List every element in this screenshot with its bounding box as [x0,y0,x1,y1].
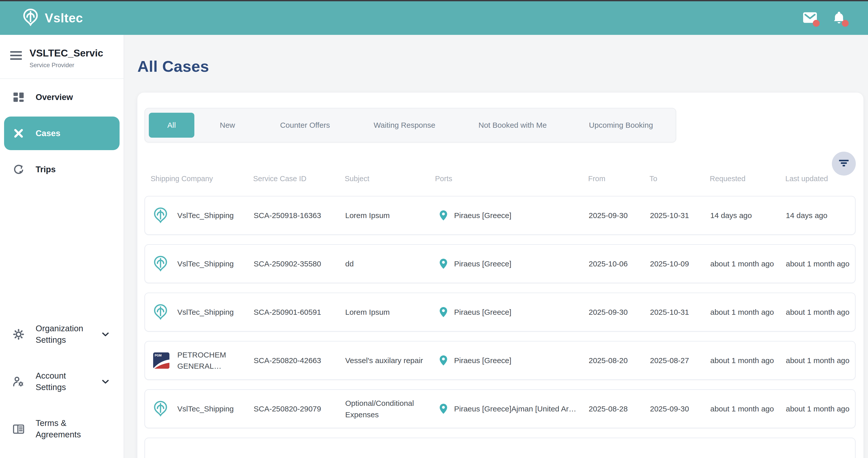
requested-ago: about 1 month ago [710,356,786,365]
messages-button[interactable] [803,11,817,25]
cases-icon [13,128,24,139]
sidebar-item-label: Cases [36,128,60,138]
ports-cell: Piraeus [Greece] [439,307,589,317]
service-case-id: SCA-250820-42663 [254,356,345,365]
ports-cell: Piraeus [Greece] [439,210,589,221]
cases-panel: AllNewCounter OffersWaiting ResponseNot … [137,93,863,458]
case-subject: Vessel's auxilary repair [345,355,439,366]
column-header-last-updated: Last updated [785,175,863,183]
trips-icon [13,164,24,175]
last-updated-ago: about 1 month ago [786,308,855,316]
table-row[interactable]: PGM PETROCHEM GENERAL…SCA-250820-42663Ve… [145,341,856,380]
location-pin-icon [439,258,448,269]
secondary-nav: Organization Settings Account Setti [0,302,124,458]
to-date: 2025-10-09 [650,259,710,268]
sidebar-item-account-settings[interactable]: Account Settings [4,366,120,397]
service-case-id: SCA-250918-16363 [254,211,345,220]
column-header-subject: Subject [345,175,435,183]
service-case-id: SCA-250820-29079 [254,404,345,413]
column-header-to: To [649,175,710,183]
sidebar-item-cases[interactable]: Cases [4,117,120,150]
case-subject: dd [345,258,439,270]
main-content: All Cases AllNewCounter OffersWaiting Re… [125,35,868,458]
company-name: VslTec_Shipping [177,210,254,221]
requested-ago: about 1 month ago [710,308,786,316]
filter-icon [839,160,849,167]
column-header-shipping-company: Shipping Company [151,175,253,183]
last-updated-ago: about 1 month ago [786,404,855,413]
from-date: 2025-08-20 [589,356,650,365]
ports-value: Piraeus [Greece] [454,308,512,316]
notifications-button[interactable] [832,11,846,25]
tab-all[interactable]: All [149,113,194,138]
sidebar-item-label: Account Settings [36,370,91,393]
sidebar-item-label: Organization Settings [36,323,91,345]
company-name: VslTec_Shipping [177,258,254,270]
gear-icon [13,329,24,340]
last-updated-ago: 14 days ago [786,211,855,220]
organization-name: VSLTEC_Servic [30,48,103,59]
sidebar-item-overview[interactable]: Overview [4,85,120,110]
pgm-company-logo: PGM [153,353,177,369]
sidebar-item-label: Overview [36,92,73,102]
app-header: Vsltec [0,0,868,35]
table-row[interactable]: VslTec_ShippingSCA-250918-16363Lorem Ips… [145,196,856,235]
location-pin-icon [439,307,448,317]
dashboard-icon [13,92,24,102]
location-pin-icon [439,210,448,221]
filter-button[interactable] [832,152,856,176]
ports-value: Piraeus [Greece]Ajman [United Ar… [454,404,576,413]
requested-ago: about 1 month ago [710,259,786,268]
location-pin-icon [439,355,448,366]
ports-cell: Piraeus [Greece]Ajman [United Ar… [439,403,589,414]
case-subject: Optional/Conditional Expenses [345,397,439,420]
column-header-ports: Ports [435,175,588,183]
from-date: 2025-08-28 [589,404,650,413]
sidebar-item-label: Trips [36,164,56,174]
case-tabs: AllNewCounter OffersWaiting ResponseNot … [145,108,676,143]
sidebar-item-terms-agreements[interactable]: Terms & Agreements [4,414,120,444]
table-row[interactable]: VslTec_ShippingSCA-250820-29079Optional/… [145,389,856,428]
company-name: VslTec_Shipping [177,403,254,415]
tab-upcoming-booking[interactable]: Upcoming Booking [566,121,676,129]
location-pin-icon [439,403,448,414]
tab-new[interactable]: New [194,121,260,129]
sidebar-item-trips[interactable]: Trips [4,157,120,182]
requested-ago: about 1 month ago [710,404,786,413]
chevron-down-icon[interactable] [102,332,109,337]
page-title: All Cases [137,57,863,75]
svg-text:PGM: PGM [155,354,161,357]
sidebar-item-organization-settings[interactable]: Organization Settings [4,319,120,349]
table-row[interactable]: VslTec_ShippingSCA-250902-35580dd Piraeu… [145,244,856,283]
sidebar: VSLTEC_Servic Service Provider Overview [0,35,124,458]
to-date: 2025-09-30 [650,404,710,413]
primary-nav: Overview Cases Trips [0,79,124,189]
to-date: 2025-10-31 [650,308,710,316]
last-updated-ago: about 1 month ago [786,356,855,365]
column-header-from: From [588,175,649,183]
vsltec-company-logo [153,255,177,272]
table-row[interactable] [145,438,856,458]
notifications-badge [842,20,849,27]
brand: Vsltec [22,8,83,28]
chevron-down-icon[interactable] [102,379,109,384]
case-subject: Lorem Ipsum [345,210,439,221]
terms-icon [13,424,24,434]
tab-counter-offers[interactable]: Counter Offers [260,121,349,129]
sidebar-item-label: Terms & Agreements [36,418,98,440]
table-body: VslTec_ShippingSCA-250918-16363Lorem Ips… [137,196,863,458]
user-gear-icon [13,376,24,387]
column-header-service-case-id: Service Case ID [253,175,345,183]
ports-value: Piraeus [Greece] [454,259,512,268]
column-header-requested: Requested [710,175,785,183]
tab-waiting-response[interactable]: Waiting Response [349,121,459,129]
menu-toggle-icon[interactable] [10,51,22,61]
to-date: 2025-08-27 [650,356,710,365]
tab-not-booked-with-me[interactable]: Not Booked with Me [459,121,566,129]
company-name: PETROCHEM GENERAL… [177,349,254,371]
ports-value: Piraeus [Greece] [454,356,512,365]
messages-badge [813,20,820,27]
ports-value: Piraeus [Greece] [454,211,512,220]
requested-ago: 14 days ago [710,211,786,220]
table-row[interactable]: VslTec_ShippingSCA-250901-60591Lorem Ips… [145,293,856,332]
